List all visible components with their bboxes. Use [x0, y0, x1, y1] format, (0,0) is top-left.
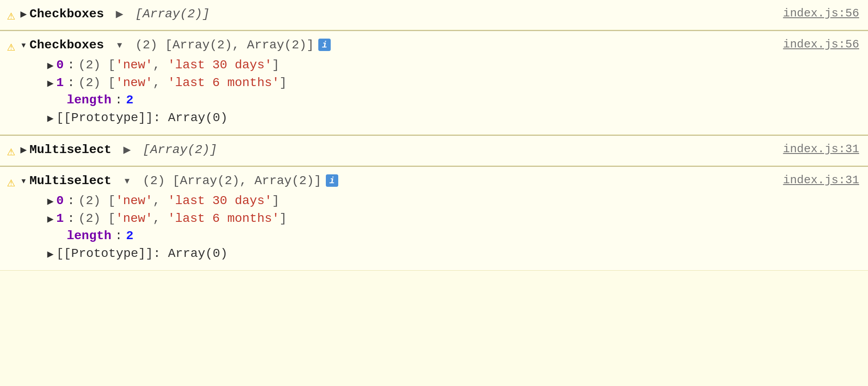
child-val1-2-1: 'last 6 months': [168, 76, 279, 90]
console-row-3: ⚠ ▶ Multiselect ▶ [Array(2)] index.js:31: [0, 136, 868, 166]
child-val1-4-0: 'last 30 days': [168, 194, 272, 208]
label-name-1: Checkboxes: [30, 7, 104, 21]
child-row-4-1: ▶ 1 : (2) [ 'new' , 'last 6 months' ]: [47, 209, 752, 227]
child-bracket-4-0: [: [101, 194, 116, 208]
toggle-arrow-1[interactable]: ▶: [20, 8, 27, 20]
child-comma-2-0: ,: [153, 58, 168, 72]
child-comma-2-1: ,: [153, 76, 168, 90]
file-link-1[interactable]: index.js:56: [765, 7, 859, 20]
child-val0-4-0: 'new': [116, 194, 153, 208]
prototype-text-4: [[Prototype]]: Array(0): [56, 247, 227, 260]
child-toggle-4-0[interactable]: ▶: [47, 195, 54, 208]
arrow-sep-1: ▶: [109, 6, 131, 21]
content-area-3: Multiselect ▶ [Array(2)]: [30, 142, 752, 157]
child-comma-4-1: ,: [153, 212, 168, 225]
child-bracket-close-2-0: ]: [272, 58, 280, 72]
proto-toggle-2[interactable]: ▶: [47, 112, 54, 125]
arrow-sep-2: ▾: [109, 37, 131, 52]
child-count-2-0: (2): [78, 58, 101, 72]
child-index-2-1: 1: [56, 76, 64, 90]
array-parts-2: [Array(2), Array(2)]: [157, 38, 314, 52]
toggle-arrow-4[interactable]: ▾: [20, 174, 27, 187]
prototype-row-4: ▶ [[Prototype]]: Array(0): [47, 244, 752, 262]
file-link-area-4: index.js:31: [752, 173, 859, 187]
child-val0-2-1: 'new': [116, 76, 153, 90]
array-text-1: [Array(2)]: [135, 7, 210, 21]
child-count-4-1: (2): [78, 212, 101, 225]
child-toggle-2-1[interactable]: ▶: [47, 77, 54, 90]
length-label-2: length: [67, 93, 112, 107]
prototype-row-2: ▶ [[Prototype]]: Array(0): [47, 109, 752, 126]
children-area-4: ▶ 0 : (2) [ 'new' , 'last 30 days' ]: [30, 192, 752, 262]
child-val1-4-1: 'last 6 months': [168, 212, 279, 225]
label-name-2: Checkboxes: [30, 38, 104, 52]
label-name-3: Multiselect: [30, 143, 112, 157]
toggle-arrow-3[interactable]: ▶: [20, 143, 27, 156]
child-toggle-4-1[interactable]: ▶: [47, 213, 54, 225]
array-parts-4: [Array(2), Array(2)]: [165, 174, 321, 188]
info-badge-2[interactable]: i: [318, 39, 331, 51]
child-row-4-0: ▶ 0 : (2) [ 'new' , 'last 30 days' ]: [47, 192, 752, 209]
warning-icon-4: ⚠: [7, 174, 15, 190]
length-colon-4: :: [115, 229, 122, 243]
content-area-2: Checkboxes ▾ (2) [Array(2), Array(2)] i …: [30, 37, 752, 126]
child-val0-2-0: 'new': [116, 58, 153, 72]
warning-icon-2: ⚠: [7, 38, 15, 55]
length-value-4: 2: [126, 229, 133, 243]
console-row-2: ⚠ ▾ Checkboxes ▾ (2) [Array(2), Array(2)…: [0, 31, 868, 135]
info-badge-4[interactable]: i: [326, 174, 338, 187]
child-index-4-1: 1: [56, 212, 64, 225]
arrow-sep-4: ▾: [116, 173, 138, 188]
child-row-2-0: ▶ 0 : (2) [ 'new' , 'last 30 days' ]: [47, 56, 752, 74]
child-bracket-2-1: [: [101, 76, 116, 90]
content-area-4: Multiselect ▾ (2) [Array(2), Array(2)] i…: [30, 173, 752, 262]
console-row-4: ⚠ ▾ Multiselect ▾ (2) [Array(2), Array(2…: [0, 167, 868, 271]
file-link-2[interactable]: index.js:56: [765, 38, 859, 51]
proto-toggle-4[interactable]: ▶: [47, 248, 54, 260]
console-panel: ⚠ ▶ Checkboxes ▶ [Array(2)] index.js:56 …: [0, 0, 868, 271]
content-area-1: Checkboxes ▶ [Array(2)]: [30, 6, 752, 21]
child-colon-4-0: :: [67, 194, 75, 208]
file-link-area-3: index.js:31: [752, 142, 859, 156]
child-bracket-close-2-1: ]: [279, 76, 287, 90]
count-2: (2): [135, 38, 157, 52]
length-colon-2: :: [115, 93, 122, 107]
warning-icon-1: ⚠: [7, 7, 15, 24]
length-row-4: length : 2: [47, 227, 752, 244]
arrow-sep-3: ▶: [116, 142, 138, 157]
child-index-4-0: 0: [56, 194, 64, 208]
label-name-4: Multiselect: [30, 174, 112, 188]
length-value-2: 2: [126, 93, 133, 107]
child-colon-4-1: :: [67, 212, 75, 225]
child-bracket-2-0: [: [101, 58, 116, 72]
console-row-1: ⚠ ▶ Checkboxes ▶ [Array(2)] index.js:56: [0, 0, 868, 30]
child-count-2-1: (2): [78, 76, 101, 90]
child-index-2-0: 0: [56, 58, 64, 72]
file-link-4[interactable]: index.js:31: [765, 173, 859, 187]
child-val1-2-0: 'last 30 days': [168, 58, 272, 72]
child-colon-2-0: :: [67, 58, 75, 72]
file-link-3[interactable]: index.js:31: [765, 142, 859, 156]
prototype-text-2: [[Prototype]]: Array(0): [56, 111, 227, 125]
array-text-3: [Array(2)]: [143, 143, 217, 157]
length-row-2: length : 2: [47, 91, 752, 109]
child-bracket-close-4-0: ]: [272, 194, 280, 208]
child-val0-4-1: 'new': [116, 212, 153, 225]
child-colon-2-1: :: [67, 76, 75, 90]
child-bracket-close-4-1: ]: [279, 212, 287, 225]
file-link-area-1: index.js:56: [752, 6, 859, 20]
warning-icon-3: ⚠: [7, 143, 15, 159]
file-link-area-2: index.js:56: [752, 37, 859, 51]
child-count-4-0: (2): [78, 194, 101, 208]
children-area-2: ▶ 0 : (2) [ 'new' , 'last 30 days' ]: [30, 56, 752, 126]
child-toggle-2-0[interactable]: ▶: [47, 59, 54, 72]
length-label-4: length: [67, 229, 112, 243]
count-4: (2): [143, 174, 165, 188]
toggle-arrow-2[interactable]: ▾: [20, 39, 27, 51]
child-row-2-1: ▶ 1 : (2) [ 'new' , 'last 6 months' ]: [47, 74, 752, 91]
child-comma-4-0: ,: [153, 194, 168, 208]
child-bracket-4-1: [: [101, 212, 116, 225]
